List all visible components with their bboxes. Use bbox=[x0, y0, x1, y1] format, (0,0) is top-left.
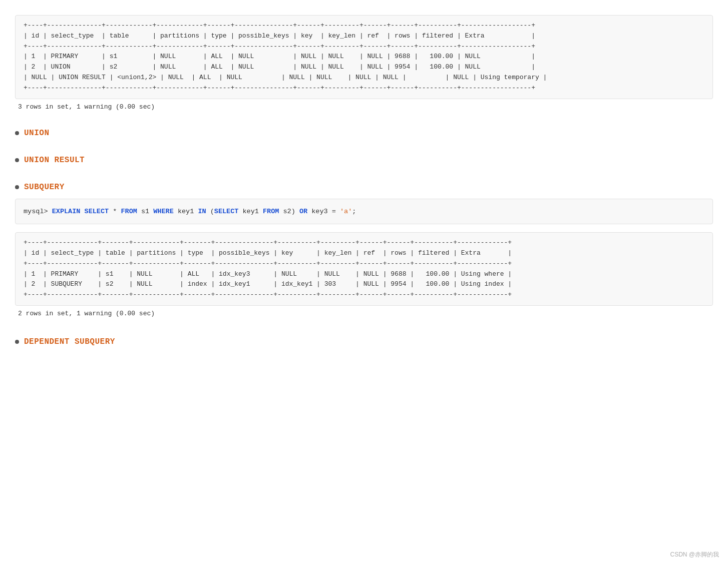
section-dependent-subquery: DEPENDENT SUBQUERY bbox=[15, 337, 713, 346]
section-title-union-result: UNION RESULT bbox=[24, 156, 85, 165]
bullet-union bbox=[15, 131, 19, 135]
section-union: UNION bbox=[15, 129, 713, 138]
section-title-dependent-subquery: DEPENDENT SUBQUERY bbox=[24, 337, 115, 346]
in-keyword: IN bbox=[198, 208, 206, 215]
query-body: * bbox=[109, 208, 121, 215]
query-subq-open: ( bbox=[206, 208, 214, 215]
query-subq-body: key1 bbox=[238, 208, 263, 215]
table-block-1: +----+--------------+------------+------… bbox=[15, 15, 713, 99]
query-str-val: 'a' bbox=[340, 208, 352, 215]
section-subquery: SUBQUERY bbox=[15, 183, 713, 192]
mysql-prompt: mysql> bbox=[24, 208, 52, 215]
where-keyword: WHERE bbox=[153, 208, 174, 215]
from-keyword-2: FROM bbox=[263, 208, 279, 215]
from-keyword: FROM bbox=[121, 208, 137, 215]
subquery-query-block: mysql> EXPLAIN SELECT * FROM s1 WHERE ke… bbox=[15, 199, 713, 225]
bullet-union-result bbox=[15, 158, 19, 162]
query-cond2: key3 = bbox=[307, 208, 340, 215]
or-keyword: OR bbox=[299, 208, 307, 215]
table-block-2: +----+-------------+-------+------------… bbox=[15, 232, 713, 306]
bullet-dependent-subquery bbox=[15, 340, 19, 344]
query-cond1: key1 bbox=[174, 208, 198, 215]
rows-info-2: 2 rows in set, 1 warning (0.00 sec) bbox=[18, 310, 713, 317]
explain-keyword: EXPLAIN SELECT bbox=[52, 208, 109, 215]
query-table: s1 bbox=[137, 208, 153, 215]
query-end: ; bbox=[352, 208, 356, 215]
section-title-union: UNION bbox=[24, 129, 50, 138]
bullet-subquery bbox=[15, 185, 19, 189]
rows-info-1: 3 rows in set, 1 warning (0.00 sec) bbox=[18, 103, 713, 111]
query-subq-table: s2) bbox=[279, 208, 299, 215]
select-keyword-2: SELECT bbox=[214, 208, 239, 215]
section-title-subquery: SUBQUERY bbox=[24, 183, 65, 192]
section-union-result: UNION RESULT bbox=[15, 156, 713, 165]
